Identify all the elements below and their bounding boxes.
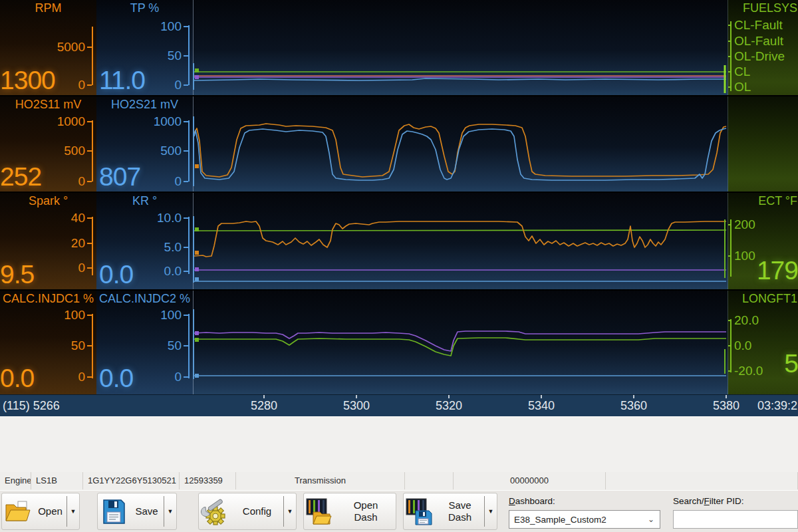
dropdown-arrow-icon[interactable]: ▼	[164, 508, 176, 515]
status-cell: LS1B	[31, 472, 83, 489]
timeline-tick-label: 5360	[607, 399, 660, 413]
status-bar: EngineLS1B1G1YY22G6Y513052112593359Trans…	[0, 472, 798, 491]
timeline-axis[interactable]: (115) 526652805300532053405360538003:39:…	[0, 394, 798, 416]
open-button[interactable]: Open ▼	[1, 493, 80, 530]
save-dash-button[interactable]: SaveDash ▼	[403, 493, 497, 530]
calc-injdc1-tickmark	[87, 315, 92, 316]
trace-ect	[194, 230, 726, 231]
trace-injdc1	[194, 338, 726, 356]
calc-injdc1-value: 0.0	[0, 364, 34, 393]
tp-tickmark	[184, 26, 188, 27]
ho2s11-mv-tick: 1000	[57, 114, 85, 129]
save-dash-label-2: Dash	[448, 511, 471, 523]
open-label: Open	[34, 505, 66, 517]
folder-icon	[2, 499, 34, 523]
rpm-tickmark	[87, 84, 92, 86]
dropdown-arrow-icon[interactable]: ▼	[67, 508, 79, 515]
open-dash-button[interactable]: OpenDash	[303, 493, 396, 530]
kr-tick: 0.0	[164, 264, 182, 279]
tp-tickmark	[184, 84, 188, 86]
ect-f-title: ECT °F	[758, 194, 798, 208]
search-filter-pid-label: Search/Filter PID:	[673, 496, 744, 506]
calc-injdc2-axis-line	[188, 314, 190, 378]
timeline-tick	[633, 395, 634, 398]
kr-tickmark	[184, 217, 188, 219]
vcm-scanner-window: RPM500001300TP %10050011.0FUELSYSCL-Faul…	[0, 0, 798, 532]
rpm-title: RPM	[0, 1, 96, 15]
dashboard-combobox[interactable]: E38_Sample_Custom2 ⌄	[509, 510, 660, 529]
spark-tickmark	[87, 243, 92, 244]
calc-injdc1-tick: 100	[64, 308, 85, 323]
fuelsys-gauge: FUELSYSCL-FaultOL-FaultOL-DriveCLOL	[727, 0, 798, 96]
calc-injdc2-title: CALC.INJDC2 %	[96, 292, 193, 306]
fuelsys-tick: CL-Fault	[734, 18, 783, 33]
ho2s21-mv-value: 807	[99, 162, 140, 192]
search-filter-pid-input[interactable]	[673, 510, 798, 529]
dashboard-floppy-icon	[404, 497, 436, 525]
ect-f-value: 179	[757, 256, 798, 285]
trace-spark	[194, 221, 726, 257]
calc-injdc2-tickmark	[184, 315, 188, 316]
calc-injdc1-tick: 50	[71, 338, 85, 353]
timeline-time-label: 03:39:2	[757, 399, 797, 413]
longft1-title: LONGFT1	[742, 292, 798, 306]
ho2s21-mv-tickmark	[184, 121, 188, 122]
calc-injdc1-tickmark	[87, 376, 92, 378]
ect-f-gauge: ECT °F200100179	[727, 193, 798, 291]
tp-tickmark	[184, 55, 188, 57]
tp-title: TP %	[96, 1, 193, 15]
spark-tick: 0	[78, 261, 85, 275]
spark-gauge: Spark °402009.5	[0, 193, 96, 291]
rpm-tickmark	[87, 47, 92, 48]
fuelsys-title: FUELSYS	[743, 1, 798, 15]
ho2s21-mv-tick: 0	[174, 174, 182, 189]
save-button[interactable]: Save ▼	[97, 493, 177, 530]
ho2s11-mv-value: 252	[0, 162, 41, 192]
dropdown-arrow-icon[interactable]: ▼	[485, 508, 497, 515]
fuelsys-tick: OL-Fault	[734, 34, 783, 49]
spark-tick: 40	[71, 211, 85, 225]
spark-tickmark	[87, 217, 92, 219]
calc-injdc1-axis-line	[92, 314, 93, 378]
open-dash-label-2: Dash	[354, 511, 377, 523]
graph-dashboard[interactable]: RPM500001300TP %10050011.0FUELSYSCL-Faul…	[0, 0, 798, 394]
tp-tick: 50	[168, 49, 182, 63]
status-cell	[404, 472, 454, 489]
timeline-tick-label: 5320	[422, 399, 475, 413]
longft1-value: 5	[784, 349, 798, 378]
status-cell: 1G1YY22G6Y5130521	[83, 472, 180, 489]
kr-tickmark	[184, 247, 188, 248]
chart-traces	[193, 0, 727, 394]
gear-wrench-icon	[199, 497, 231, 525]
ho2s21-mv-tick: 1000	[154, 114, 182, 129]
longft1-gauge: LONGFT120.00.0-20.05	[727, 291, 798, 394]
bottom-toolbar: Open ▼ Save ▼	[0, 490, 798, 532]
rpm-axis-line	[92, 27, 93, 85]
kr-value: 0.0	[99, 260, 133, 289]
fuelsys-tick: OL	[734, 80, 751, 94]
tp-tick: 100	[160, 19, 182, 34]
trace-ho2s21	[194, 128, 726, 180]
ect-f-tick: 100	[734, 249, 755, 263]
panel-r1-right-gauge	[727, 96, 798, 193]
fuelsys-tick: CL	[734, 65, 750, 79]
floppy-icon	[98, 498, 130, 525]
status-cell: Transmission	[236, 472, 405, 489]
dashboard-label: Dashboard:	[509, 496, 555, 506]
calc-injdc2-value: 0.0	[99, 364, 133, 393]
timeline-tick-label: 5280	[237, 399, 291, 413]
open-dash-label-1: Open	[354, 499, 378, 511]
spark-axis-line	[92, 217, 93, 275]
ho2s11-mv-tickmark	[87, 150, 92, 152]
dropdown-arrow-icon[interactable]: ▼	[284, 508, 296, 515]
ho2s21-mv-tickmark	[184, 181, 188, 182]
trace-injdc2	[194, 331, 726, 351]
timeline-frame-label: (115) 5266	[3, 399, 60, 413]
spark-title: Spark °	[0, 194, 96, 208]
calc-injdc1-title: CALC.INJDC1 %	[0, 292, 96, 306]
timeline-tick-label: 5300	[330, 399, 383, 413]
chevron-down-icon: ⌄	[648, 515, 660, 524]
tp-gauge: TP %10050011.0	[96, 0, 193, 96]
config-button[interactable]: Config ▼	[198, 493, 297, 530]
config-label: Config	[231, 505, 283, 517]
